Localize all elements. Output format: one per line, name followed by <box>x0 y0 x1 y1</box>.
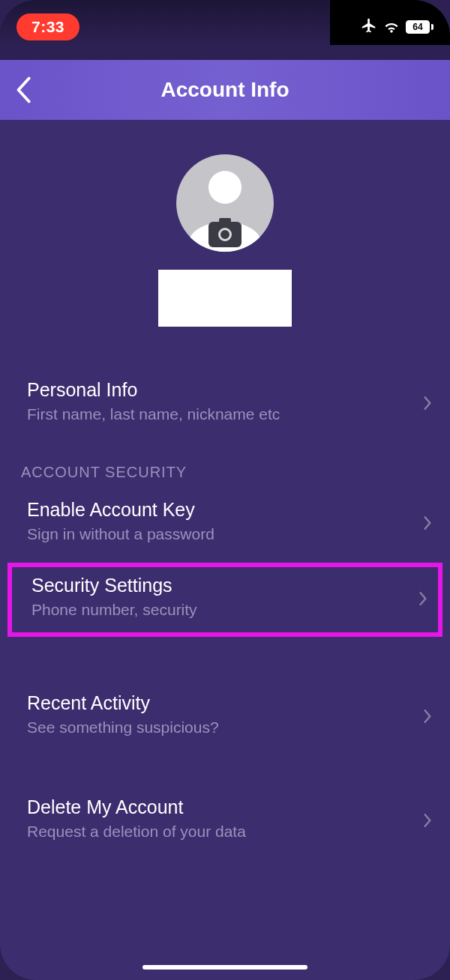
section-header-security: ACCOUNT SECURITY <box>0 441 450 487</box>
navbar: Account Info <box>0 60 450 120</box>
airplane-icon <box>361 17 377 37</box>
item-delete-my-account[interactable]: Delete My Account Request a deletion of … <box>0 784 450 859</box>
status-time: 7:33 <box>16 13 80 40</box>
home-indicator[interactable] <box>142 965 308 970</box>
profile-name <box>158 270 292 327</box>
item-title: Security Settings <box>32 575 418 596</box>
chevron-right-icon <box>423 515 432 533</box>
content: Personal Info First name, last name, nic… <box>0 120 450 980</box>
item-subtitle: Phone number, security <box>32 601 418 619</box>
battery-level: 64 <box>406 20 430 34</box>
profile-section <box>0 120 450 352</box>
item-title: Enable Account Key <box>27 499 423 521</box>
avatar[interactable] <box>176 154 274 252</box>
wifi-icon <box>383 20 400 34</box>
chevron-right-icon <box>423 396 432 414</box>
item-title: Personal Info <box>27 379 423 401</box>
item-subtitle: First name, last name, nickname etc <box>27 405 423 423</box>
item-title: Delete My Account <box>27 796 423 818</box>
item-subtitle: Sign in without a password <box>27 525 423 543</box>
item-title: Recent Activity <box>27 692 423 714</box>
chevron-right-icon <box>418 591 428 609</box>
status-icons: 64 <box>361 17 434 37</box>
item-subtitle: See something suspicious? <box>27 719 423 736</box>
page-title: Account Info <box>160 78 289 102</box>
chevron-right-icon <box>423 813 432 831</box>
item-security-settings[interactable]: Security Settings Phone number, security <box>8 563 442 637</box>
item-enable-account-key[interactable]: Enable Account Key Sign in without a pas… <box>0 487 450 561</box>
item-subtitle: Request a deletion of your data <box>27 823 423 841</box>
battery-indicator: 64 <box>406 20 434 34</box>
status-bar: 7:33 64 <box>0 12 450 42</box>
back-button[interactable] <box>15 60 52 120</box>
camera-icon[interactable] <box>208 222 242 247</box>
item-recent-activity[interactable]: Recent Activity See something suspicious… <box>0 680 450 754</box>
chevron-left-icon <box>15 76 32 103</box>
chevron-right-icon <box>423 709 432 727</box>
item-personal-info[interactable]: Personal Info First name, last name, nic… <box>0 367 450 441</box>
